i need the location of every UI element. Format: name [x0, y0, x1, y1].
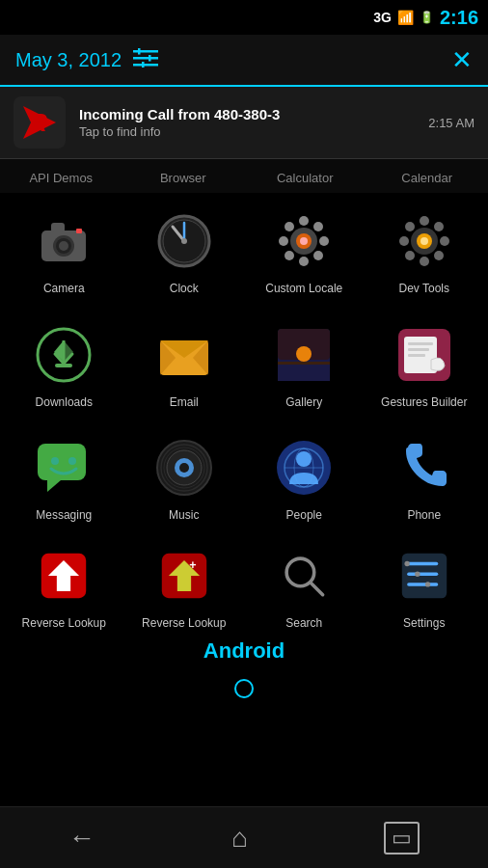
svg-point-36: [434, 251, 444, 260]
svg-point-35: [405, 222, 415, 231]
svg-rect-13: [76, 229, 82, 233]
clock-icon: [151, 208, 217, 274]
svg-rect-3: [138, 48, 141, 55]
svg-rect-4: [149, 55, 151, 62]
notification-banner[interactable]: R Incoming Call from 480-380-3 Tap to fi…: [0, 87, 488, 159]
camera-icon: [31, 208, 96, 274]
app-gestures-builder-label: Gestures Builder: [381, 395, 467, 411]
app-settings-label: Settings: [403, 616, 445, 632]
header-calculator[interactable]: Calculator: [244, 167, 366, 189]
notif-subtitle: Tap to find info: [79, 124, 415, 139]
app-phone[interactable]: Phone: [365, 420, 485, 533]
close-button[interactable]: ✕: [451, 45, 473, 75]
app-reverse-lookup[interactable]: Reverse Lookup: [4, 533, 124, 636]
svg-point-88: [425, 582, 430, 586]
app-dev-tools[interactable]: Dev Tools: [365, 193, 485, 307]
svg-rect-59: [408, 354, 425, 357]
date-text: May 3, 2012: [15, 49, 122, 71]
app-people-label: People: [286, 508, 322, 524]
svg-point-33: [399, 236, 409, 246]
app-email[interactable]: Email: [124, 307, 245, 420]
messaging-icon: [31, 435, 96, 501]
android-label: Android: [203, 638, 285, 664]
app-custom-locale[interactable]: Custom Locale: [244, 193, 365, 307]
app-camera-label: Camera: [43, 282, 85, 297]
app-reverse-lookup-2[interactable]: + Reverse Lookup: [124, 533, 245, 636]
app-people[interactable]: People: [244, 420, 365, 533]
network-indicator: 3G: [373, 10, 392, 25]
app-search[interactable]: Search: [244, 533, 365, 636]
svg-rect-1: [133, 57, 158, 60]
svg-point-24: [285, 222, 294, 231]
app-downloads[interactable]: Downloads: [4, 307, 124, 420]
svg-point-61: [51, 457, 59, 465]
top-bar: May 3, 2012 ✕: [0, 35, 488, 87]
svg-point-37: [434, 222, 444, 231]
svg-point-40: [420, 237, 428, 245]
svg-point-26: [313, 222, 323, 231]
home-button[interactable]: ⌂: [231, 823, 248, 854]
back-button[interactable]: ←: [68, 823, 95, 854]
status-bar: 3G 📶 🔋 2:16: [0, 0, 488, 35]
app-clock[interactable]: Clock: [124, 193, 245, 307]
app-music[interactable]: Music: [124, 420, 245, 533]
svg-point-86: [415, 571, 420, 576]
top-bar-left: May 3, 2012: [15, 48, 158, 72]
time-display: 2:16: [440, 7, 478, 29]
header-calendar[interactable]: Calendar: [366, 167, 489, 189]
nav-bar: ← ⌂ ▭: [0, 806, 488, 868]
svg-point-67: [179, 463, 189, 473]
recents-button[interactable]: ▭: [384, 822, 420, 854]
svg-point-27: [285, 251, 294, 260]
notif-content: Incoming Call from 480-380-3 Tap to find…: [79, 106, 415, 139]
downloads-icon: [31, 322, 96, 388]
app-camera[interactable]: Camera: [4, 193, 124, 307]
svg-rect-5: [142, 62, 145, 68]
app-email-label: Email: [170, 395, 199, 411]
svg-point-18: [181, 238, 187, 244]
battery-icon: 🔋: [420, 11, 434, 24]
phone-icon: [392, 435, 457, 501]
app-messaging[interactable]: Messaging: [4, 420, 124, 533]
svg-point-32: [420, 257, 429, 266]
header-browser[interactable]: Browser: [122, 167, 245, 189]
svg-point-20: [299, 216, 309, 226]
filter-icon[interactable]: [133, 48, 158, 72]
app-phone-label: Phone: [407, 508, 441, 524]
custom-locale-icon: [271, 208, 337, 274]
svg-rect-54: [278, 362, 330, 365]
svg-rect-85: [407, 572, 438, 576]
grid-header: API Demos Browser Calculator Calendar: [0, 159, 488, 193]
app-custom-locale-label: Custom Locale: [265, 282, 342, 297]
svg-point-21: [299, 257, 309, 266]
svg-rect-9: [51, 223, 65, 232]
page-dot: [234, 679, 254, 698]
svg-text:R: R: [29, 108, 47, 137]
gallery-icon: [271, 322, 337, 388]
partial-row: Reverse Lookup + Reverse Lookup Search: [0, 533, 488, 636]
app-gestures-builder[interactable]: Gestures Builder: [365, 307, 485, 420]
gestures-builder-icon: [392, 322, 457, 388]
svg-point-74: [296, 451, 312, 467]
svg-point-31: [420, 216, 429, 226]
app-music-label: Music: [169, 508, 199, 524]
settings-icon: [392, 543, 457, 609]
reverse-lookup-icon: [31, 543, 96, 609]
svg-rect-83: [407, 561, 438, 565]
header-api-demos[interactable]: API Demos: [0, 167, 122, 189]
svg-point-25: [313, 251, 323, 260]
svg-text:+: +: [189, 558, 196, 572]
app-reverse-lookup-label: Reverse Lookup: [22, 616, 106, 632]
app-downloads-label: Downloads: [36, 395, 93, 411]
dot-indicator: [0, 667, 488, 706]
notif-title: Incoming Call from 480-380-3: [79, 106, 415, 122]
app-dev-tools-label: Dev Tools: [399, 282, 449, 297]
reverse-lookup-2-icon: +: [151, 543, 217, 609]
dev-tools-icon: [392, 208, 457, 274]
svg-line-81: [311, 583, 323, 595]
app-gallery[interactable]: Gallery: [244, 307, 365, 420]
search-icon: [271, 543, 337, 609]
app-settings[interactable]: Settings: [365, 533, 485, 636]
svg-point-29: [300, 237, 308, 245]
svg-point-53: [296, 346, 312, 362]
